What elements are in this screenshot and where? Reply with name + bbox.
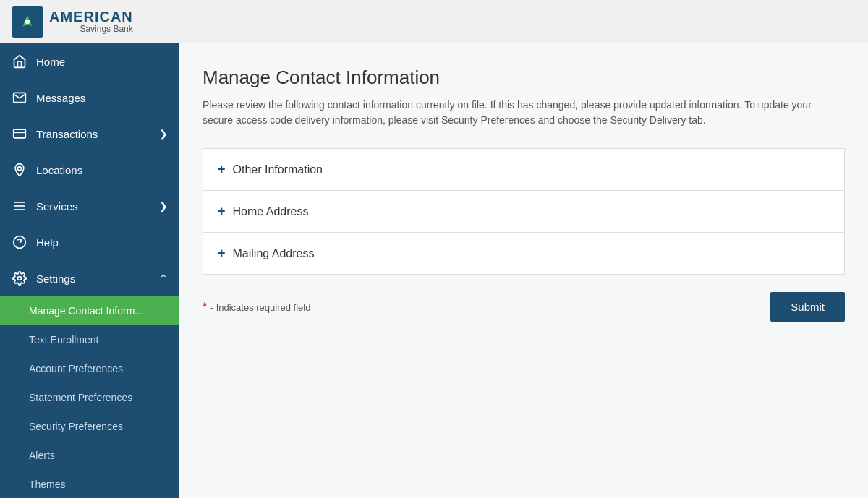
logo-sub: Savings Bank bbox=[49, 25, 133, 34]
submit-button[interactable]: Submit bbox=[770, 292, 845, 322]
sidebar: Home Messages Transactions ❯ bbox=[0, 43, 179, 498]
sidebar-subitem-themes[interactable]: Themes bbox=[0, 470, 179, 498]
required-star: * bbox=[203, 301, 207, 313]
transactions-icon bbox=[12, 126, 27, 142]
sidebar-item-settings-label: Settings bbox=[36, 272, 75, 285]
svg-point-4 bbox=[18, 167, 22, 171]
mailing-address-expand-icon: + bbox=[218, 246, 226, 261]
services-icon bbox=[12, 198, 27, 214]
sidebar-item-help[interactable]: Help bbox=[0, 224, 179, 260]
messages-icon bbox=[12, 90, 27, 106]
sidebar-item-services-label: Services bbox=[36, 200, 78, 212]
logo-container: AMERICAN Savings Bank bbox=[12, 6, 133, 38]
sidebar-subitem-text-enrollment[interactable]: Text Enrollment bbox=[0, 325, 179, 354]
sidebar-item-locations-label: Locations bbox=[36, 164, 82, 176]
svg-point-1 bbox=[25, 19, 30, 23]
settings-icon bbox=[12, 270, 27, 286]
security-preferences-label: Security Preferences bbox=[29, 421, 123, 432]
main-layout: Home Messages Transactions ❯ bbox=[0, 43, 868, 498]
sidebar-subitem-statement-preferences[interactable]: Statement Preferences bbox=[0, 383, 179, 412]
account-preferences-label: Account Preferences bbox=[29, 363, 123, 374]
required-note: - Indicates required field bbox=[210, 302, 311, 313]
sidebar-item-locations[interactable]: Locations bbox=[0, 152, 179, 188]
accordion-home-address-header[interactable]: + Home Address bbox=[203, 191, 844, 232]
other-info-expand-icon: + bbox=[218, 162, 226, 177]
manage-contact-label: Manage Contact Inform... bbox=[29, 305, 143, 317]
accordion-other-info: + Other Information bbox=[203, 148, 845, 191]
sidebar-item-messages[interactable]: Messages bbox=[0, 80, 179, 116]
locations-icon bbox=[12, 162, 27, 178]
sidebar-item-home-label: Home bbox=[36, 56, 65, 68]
sidebar-item-messages-label: Messages bbox=[36, 92, 85, 104]
home-address-label: Home Address bbox=[233, 205, 309, 218]
logo-name: AMERICAN bbox=[49, 9, 133, 25]
svg-rect-2 bbox=[14, 129, 26, 138]
home-icon bbox=[12, 53, 27, 69]
accordion-mailing-address-header[interactable]: + Mailing Address bbox=[203, 233, 844, 274]
statement-preferences-label: Statement Preferences bbox=[29, 392, 132, 403]
page-description: Please review the following contact info… bbox=[203, 98, 839, 128]
other-info-label: Other Information bbox=[233, 163, 323, 176]
mailing-address-label: Mailing Address bbox=[233, 247, 315, 260]
sidebar-item-services[interactable]: Services ❯ bbox=[0, 188, 179, 224]
accordion-mailing-address: + Mailing Address bbox=[203, 233, 845, 275]
sidebar-subitem-alerts[interactable]: Alerts bbox=[0, 441, 179, 470]
services-chevron: ❯ bbox=[159, 200, 168, 212]
text-enrollment-label: Text Enrollment bbox=[29, 334, 98, 345]
required-note-container: * - Indicates required field bbox=[203, 301, 310, 314]
accordion-container: + Other Information + Home Address + Mai… bbox=[203, 148, 845, 275]
alerts-label: Alerts bbox=[29, 450, 55, 461]
sidebar-subitem-manage-contact[interactable]: Manage Contact Inform... bbox=[0, 296, 179, 325]
sidebar-subitem-account-preferences[interactable]: Account Preferences bbox=[0, 354, 179, 383]
page-title: Manage Contact Information bbox=[203, 66, 845, 89]
sidebar-subitem-security-preferences[interactable]: Security Preferences bbox=[0, 412, 179, 441]
sidebar-item-settings[interactable]: Settings ⌃ bbox=[0, 260, 179, 296]
form-footer: * - Indicates required field Submit bbox=[203, 292, 845, 322]
themes-label: Themes bbox=[29, 478, 66, 490]
transactions-chevron: ❯ bbox=[159, 128, 168, 139]
app-header: AMERICAN Savings Bank bbox=[0, 0, 868, 43]
accordion-home-address: + Home Address bbox=[203, 191, 845, 233]
sidebar-item-home[interactable]: Home bbox=[0, 43, 179, 80]
home-address-expand-icon: + bbox=[218, 204, 226, 219]
main-content: Manage Contact Information Please review… bbox=[179, 43, 868, 498]
logo-icon bbox=[12, 6, 43, 38]
svg-point-10 bbox=[18, 277, 22, 280]
sidebar-item-transactions-label: Transactions bbox=[36, 128, 98, 140]
logo-text: AMERICAN Savings Bank bbox=[49, 9, 133, 34]
accordion-other-info-header[interactable]: + Other Information bbox=[203, 149, 844, 190]
help-icon bbox=[12, 234, 27, 250]
sidebar-item-transactions[interactable]: Transactions ❯ bbox=[0, 116, 179, 152]
sidebar-item-help-label: Help bbox=[36, 236, 59, 249]
settings-chevron: ⌃ bbox=[159, 272, 168, 284]
